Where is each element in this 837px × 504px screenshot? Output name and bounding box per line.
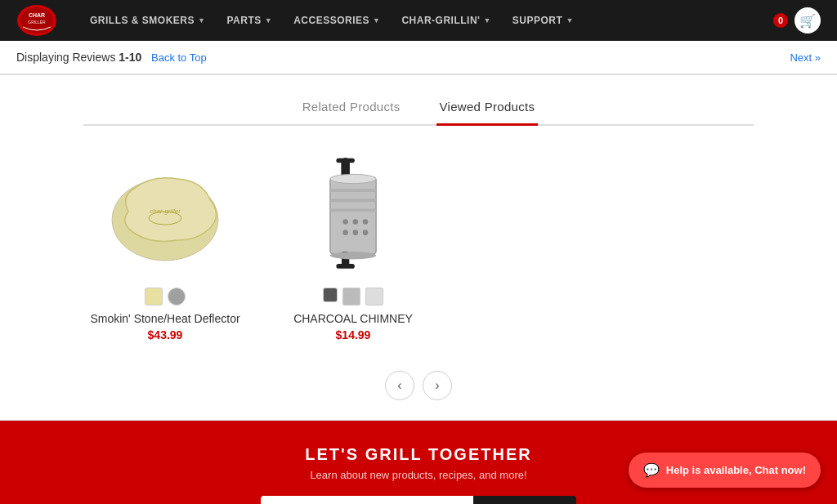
product-price-2: $14.99	[271, 328, 435, 341]
reviews-bar: Displaying Reviews 1-10 Back to Top Next…	[0, 41, 837, 74]
reviews-text: Displaying Reviews	[16, 51, 119, 64]
cart-count: 0	[773, 13, 788, 28]
chat-bubble-icon: 💬	[643, 462, 660, 478]
nav-item-parts[interactable]: Parts ▼	[218, 8, 280, 33]
products-grid: char-griller Smokin' Stone/Heat Deflecto…	[83, 142, 754, 358]
svg-text:char-griller: char-griller	[150, 207, 181, 215]
navbar: CHAR GRILLER Grills & Smokers ▼ Parts ▼ …	[0, 0, 837, 41]
back-to-top-link[interactable]: Back to Top	[151, 51, 207, 64]
svg-point-16	[342, 230, 348, 235]
chevron-down-icon: ▼	[483, 16, 490, 25]
svg-point-13	[342, 219, 348, 225]
carousel-prev-button[interactable]: ‹	[385, 371, 414, 400]
color-swatch-silver[interactable]	[342, 288, 360, 306]
product-price-1: $43.99	[83, 328, 247, 341]
reviews-info: Displaying Reviews 1-10 Back to Top	[16, 51, 207, 64]
svg-point-21	[330, 252, 376, 259]
tab-viewed-products[interactable]: Viewed Products	[436, 91, 539, 126]
svg-point-22	[330, 174, 376, 183]
newsletter-email-input[interactable]	[261, 496, 473, 504]
reviews-range: 1-10	[119, 51, 141, 64]
svg-point-18	[363, 230, 369, 235]
carousel-next-button[interactable]: ›	[423, 371, 452, 400]
chat-label: Help is available, Chat now!	[666, 464, 806, 476]
product-image-1: char-griller	[83, 150, 247, 281]
chevron-down-icon: ▼	[198, 16, 205, 25]
product-image-2	[271, 150, 435, 281]
svg-point-14	[353, 219, 359, 225]
chevron-down-icon: ▼	[566, 16, 573, 25]
product-section: Related Products Viewed Products char-gr…	[67, 75, 770, 420]
newsletter-subscribe-button[interactable]: SUBSCRIBE	[473, 496, 576, 504]
product-tabs: Related Products Viewed Products	[83, 91, 754, 126]
product-name-1: Smokin' Stone/Heat Deflector	[83, 312, 247, 325]
chevron-down-icon: ▼	[373, 16, 380, 25]
cart-icon[interactable]: 🛒	[794, 7, 821, 33]
chat-button[interactable]: 💬 Help is available, Chat now!	[629, 453, 821, 488]
color-swatch-tan[interactable]	[145, 288, 163, 306]
nav-item-grills[interactable]: Grills & Smokers ▼	[82, 8, 213, 33]
chevron-down-icon: ▼	[265, 16, 272, 25]
color-swatch-gray[interactable]	[168, 288, 186, 306]
nav-item-accessories[interactable]: Accessories ▼	[285, 8, 388, 33]
nav-item-chargrillin[interactable]: Char-Grillin' ▼	[393, 8, 499, 33]
product-colors-2	[271, 288, 435, 306]
nav-links: Grills & Smokers ▼ Parts ▼ Accessories ▼…	[82, 8, 773, 33]
svg-rect-20	[336, 264, 355, 269]
svg-rect-12	[330, 209, 376, 212]
logo[interactable]: CHAR GRILLER	[16, 4, 57, 37]
product-card-2[interactable]: CHARCOAL CHIMNEY $14.99	[271, 150, 435, 341]
carousel-controls: ‹ ›	[83, 358, 754, 420]
svg-point-17	[353, 230, 359, 235]
newsletter-form: SUBSCRIBE	[16, 496, 821, 504]
nav-item-support[interactable]: Support ▼	[504, 8, 582, 33]
product-card-1[interactable]: char-griller Smokin' Stone/Heat Deflecto…	[83, 150, 247, 341]
product-colors-1	[83, 288, 247, 306]
color-swatch-light[interactable]	[365, 288, 383, 306]
svg-rect-10	[330, 189, 376, 192]
cart-area: 0 🛒	[773, 7, 821, 33]
tab-related-products[interactable]: Related Products	[299, 91, 404, 126]
next-link[interactable]: Next »	[790, 51, 821, 64]
svg-rect-11	[330, 198, 376, 202]
product-name-2: CHARCOAL CHIMNEY	[271, 312, 435, 325]
svg-point-15	[363, 219, 369, 225]
svg-text:CHAR: CHAR	[29, 12, 45, 18]
svg-text:GRILLER: GRILLER	[28, 20, 46, 25]
color-swatch-darkgray[interactable]	[323, 288, 338, 302]
svg-rect-8	[336, 158, 355, 163]
